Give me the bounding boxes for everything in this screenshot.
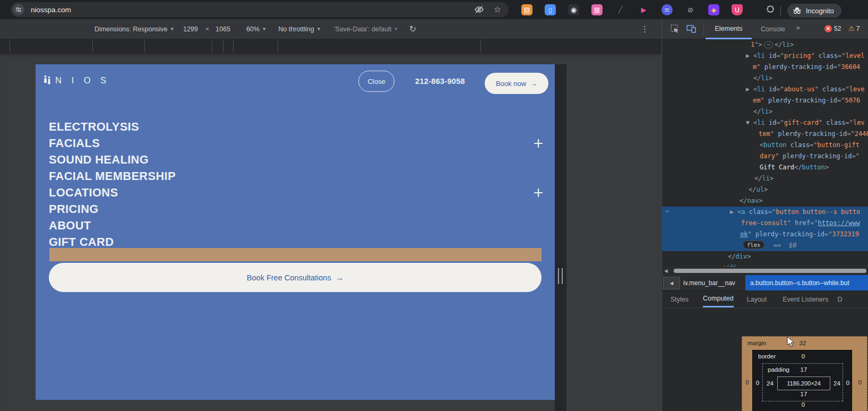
code-line[interactable]: em" plerdy-tracking-id="5076 <box>662 95 868 106</box>
box-model-content[interactable]: 1186.200×24 <box>777 376 830 390</box>
box-model-border[interactable]: border 0 0 0 0 padding 17 24 24 17 1186.… <box>752 350 852 411</box>
code-line[interactable]: </nav> <box>662 195 868 207</box>
expand-plus-icon[interactable]: + <box>531 135 545 151</box>
breadcrumb-item-selected[interactable]: a.button.button--s.button--white.but <box>745 275 868 291</box>
tab-layout[interactable]: Layout <box>747 291 767 307</box>
tab-elements[interactable]: Elements <box>706 19 752 39</box>
dimensions-select[interactable]: Dimensions: Responsive▼ <box>94 25 174 33</box>
tab-computed[interactable]: Computed <box>703 291 734 307</box>
clipboard-extension-icon[interactable]: ▯ <box>545 4 556 15</box>
notebook-extension-icon[interactable]: ▤ <box>521 4 532 15</box>
code-line[interactable]: </li> <box>662 173 868 184</box>
code-line[interactable]: ▼<li id="gift-card" class="lev <box>662 117 868 129</box>
shield-extension-icon[interactable]: U <box>732 4 743 15</box>
nav-menu-item[interactable]: PRICING <box>49 201 176 217</box>
book-now-button[interactable]: Book now → <box>485 73 548 94</box>
disabled-pen-extension-icon[interactable]: ⊘ <box>685 4 696 15</box>
site-settings-icon[interactable] <box>13 4 24 15</box>
margin-right-value[interactable]: 0 <box>852 375 868 389</box>
code-line[interactable]: …▶<a class="button button--s butto <box>662 207 868 218</box>
close-menu-button[interactable]: Close <box>358 71 394 92</box>
code-line[interactable]: m" plerdy-tracking-id="36604 <box>662 62 868 73</box>
code-line[interactable]: </li> <box>662 106 868 117</box>
nav-menu-item[interactable]: LOCATIONS <box>49 184 176 201</box>
address-bar[interactable]: niosspa.com ☆ <box>11 2 509 17</box>
expand-arrow-icon[interactable]: ▶ <box>746 84 750 95</box>
nav-menu-item[interactable]: FACIALS <box>49 135 176 151</box>
code-line[interactable]: ok" plerdy-tracking-id="3732319 <box>662 229 868 240</box>
scroll-left-icon[interactable]: ◀ <box>664 268 668 273</box>
horizontal-scrollbar[interactable]: ◀ <box>662 267 868 275</box>
tab-console[interactable]: Console <box>754 19 792 39</box>
toggle-device-toolbar-icon[interactable] <box>686 24 697 35</box>
recorder-extension-icon[interactable]: ◉ <box>568 4 579 15</box>
inspect-element-icon[interactable] <box>671 24 680 36</box>
code-line[interactable]: dary" plerdy-tracking-id=" <box>662 151 868 162</box>
viewport-height-input[interactable]: 1065 <box>216 25 230 33</box>
scrollbar-thumb[interactable] <box>674 269 866 273</box>
viewport-width-input[interactable]: 1299 <box>183 25 198 33</box>
node-menu-dots[interactable]: … <box>665 204 669 216</box>
box-model-margin[interactable]: margin 32 0 0 border 0 0 0 0 padding 17 … <box>742 336 867 411</box>
code-line[interactable]: </li> <box>662 73 868 84</box>
code-line[interactable]: </div> <box>662 251 868 262</box>
pink-panel-extension-icon[interactable]: ▦ <box>591 4 603 15</box>
code-line[interactable]: </ul> <box>662 184 868 195</box>
nav-menu-item[interactable]: ABOUT <box>49 217 176 234</box>
stylus-extension-icon[interactable]: ≡ <box>661 4 673 15</box>
url-text[interactable]: niosspa.com <box>31 6 71 14</box>
site-logo[interactable]: N I O S <box>43 75 110 85</box>
tab-styles[interactable]: Styles <box>671 291 689 307</box>
phone-number-link[interactable]: 212-863-9058 <box>406 71 474 92</box>
nav-menu-item[interactable]: FACIAL MEMBERSHIP <box>49 168 176 184</box>
code-line[interactable]: ▶<li id="pricing" class="level <box>662 50 868 62</box>
throttling-select[interactable]: No throttling▼ <box>278 25 320 33</box>
border-left-value[interactable]: 0 <box>753 376 762 390</box>
bookmark-star-icon[interactable]: ☆ <box>494 5 501 14</box>
incognito-badge[interactable]: Incognito <box>787 4 841 18</box>
code-line[interactable]: flex == $0 <box>662 240 868 251</box>
viewport-resize-strip[interactable] <box>555 64 566 411</box>
zoom-select[interactable]: 60%▼ <box>246 25 265 33</box>
extensions-puzzle-icon[interactable] <box>766 5 775 16</box>
expand-arrow-icon[interactable]: ▶ <box>746 50 750 62</box>
code-line[interactable]: Gift Card</button> <box>662 162 868 173</box>
expand-arrow-icon[interactable]: ▶ <box>730 207 734 218</box>
padding-bottom-value[interactable]: 17 <box>788 391 820 397</box>
code-line[interactable]: </di <box>662 262 868 267</box>
padding-right-value[interactable]: 24 <box>830 376 844 390</box>
save-data-select[interactable]: 'Save-Data': default▼ <box>334 25 398 33</box>
viewport-resize-handle[interactable] <box>558 268 563 284</box>
code-line[interactable]: tem" plerdy-tracking-id="2446 <box>662 129 868 140</box>
rotate-viewport-button[interactable]: ↻ <box>409 24 416 34</box>
code-line[interactable]: <button class="button-gift <box>662 140 868 151</box>
box-model-padding[interactable]: padding 17 24 24 17 1186.200×24 <box>762 363 843 401</box>
tab-dom-breakpoints[interactable]: D <box>837 291 842 307</box>
breadcrumb-item[interactable]: iv.menu_bar__nav <box>683 275 735 291</box>
tab-event-listeners[interactable]: Event Listeners <box>783 291 828 307</box>
code-line[interactable]: free-consult" href="https://www <box>662 218 868 229</box>
play-extension-icon[interactable]: ▶ <box>638 4 649 15</box>
expand-plus-icon[interactable]: + <box>531 184 545 201</box>
ruler-tick <box>278 39 278 53</box>
padding-top-value[interactable]: 17 <box>788 366 820 373</box>
border-top-value[interactable]: 0 <box>787 353 819 359</box>
book-free-consultations-button[interactable]: Book Free Consultations → <box>49 263 542 292</box>
border-bottom-value[interactable]: 0 <box>787 401 819 408</box>
device-toolbar-menu-button[interactable]: ⋮ <box>641 19 649 39</box>
eye-off-icon[interactable] <box>474 5 484 14</box>
nav-menu-item[interactable]: ELECTROLYSIS <box>49 118 176 135</box>
screenshot-extension-icon[interactable]: ◈ <box>708 4 719 15</box>
error-badge[interactable]: ✕ 52 <box>824 25 841 32</box>
border-right-value[interactable]: 0 <box>843 376 853 390</box>
code-line[interactable]: 1">⋯</li> <box>662 39 868 50</box>
collapse-arrow-icon[interactable]: ▼ <box>746 117 750 129</box>
warning-badge[interactable]: ⚠ 7 <box>848 24 860 32</box>
margin-left-value[interactable]: 0 <box>742 375 752 389</box>
nav-menu-item[interactable]: SOUND HEALING <box>49 151 176 168</box>
eyedropper-extension-icon[interactable]: ╱ <box>615 4 626 15</box>
more-tabs-icon[interactable]: » <box>796 23 801 32</box>
breadcrumb-scroll-left-button[interactable]: ◀ <box>663 277 680 289</box>
padding-left-value[interactable]: 24 <box>763 376 777 390</box>
code-line[interactable]: ▶<li id="about-us" class="leve <box>662 84 868 95</box>
